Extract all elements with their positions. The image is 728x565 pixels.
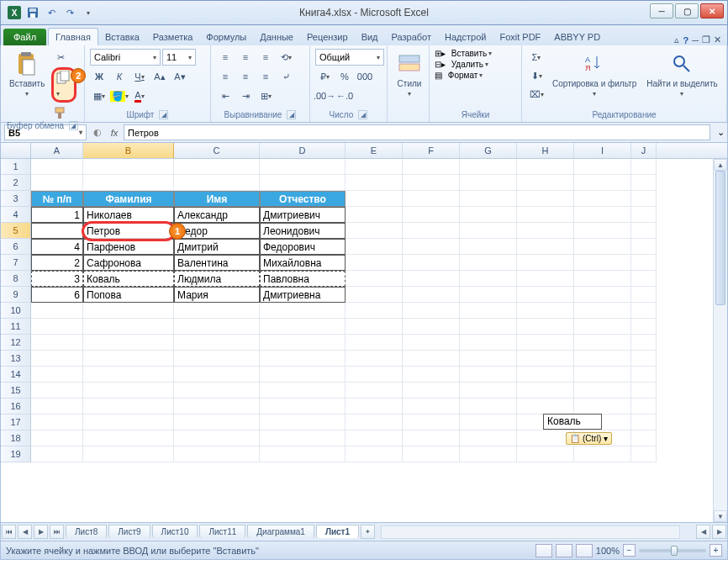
row-header[interactable]: 1 xyxy=(1,159,31,175)
cell[interactable] xyxy=(574,175,631,191)
row-header[interactable]: 6 xyxy=(1,239,31,255)
cell[interactable] xyxy=(346,430,403,446)
cell[interactable]: Фамилия xyxy=(83,191,174,207)
cell[interactable] xyxy=(31,319,83,335)
col-header-e[interactable]: E xyxy=(346,143,403,158)
fill-color-icon[interactable]: 🪣▾ xyxy=(110,87,129,104)
cell[interactable] xyxy=(174,383,260,399)
cell[interactable] xyxy=(574,335,631,351)
cell[interactable] xyxy=(260,415,346,430)
cell[interactable] xyxy=(517,383,574,399)
col-header-c[interactable]: C xyxy=(174,143,260,158)
col-header-g[interactable]: G xyxy=(460,143,517,158)
sheet-tab-11[interactable]: Лист11 xyxy=(199,525,245,538)
cell[interactable]: Парфенов xyxy=(83,239,174,255)
cell[interactable] xyxy=(260,159,346,175)
cell[interactable] xyxy=(260,303,346,319)
font-name-combo[interactable]: Calibri▾ xyxy=(90,49,161,66)
cell[interactable] xyxy=(460,239,517,255)
cell[interactable]: 4 xyxy=(31,239,83,255)
align-dialog-icon[interactable]: ◢ xyxy=(287,110,296,119)
font-size-combo[interactable]: 11▾ xyxy=(162,49,196,66)
cell[interactable]: 6 xyxy=(31,287,83,303)
cell[interactable] xyxy=(346,271,403,287)
tab-addin[interactable]: Надстрой xyxy=(438,29,493,45)
format-painter-icon[interactable] xyxy=(51,104,70,121)
cell[interactable]: Дмитриевич xyxy=(260,207,346,223)
row-header[interactable]: 11 xyxy=(1,319,31,335)
row-header[interactable]: 9 xyxy=(1,287,31,303)
paste-options-button[interactable]: 📋(Ctrl) ▾ xyxy=(566,432,612,445)
zoom-in-icon[interactable]: + xyxy=(710,544,722,557)
cell[interactable] xyxy=(346,223,403,239)
row-header[interactable]: 5 xyxy=(1,223,31,239)
cell[interactable] xyxy=(631,319,657,335)
cell[interactable] xyxy=(174,399,260,415)
orientation-icon[interactable]: ⟲▾ xyxy=(277,49,295,66)
cell[interactable] xyxy=(346,367,403,383)
window-restore-icon[interactable]: ❐ xyxy=(702,34,710,45)
align-top-icon[interactable]: ≡ xyxy=(216,49,235,66)
col-header-f[interactable]: F xyxy=(403,143,460,158)
copy-button[interactable]: ▾ 2 xyxy=(51,67,76,103)
cell[interactable] xyxy=(631,287,657,303)
cell[interactable] xyxy=(31,351,83,367)
cut-icon[interactable]: ✂ xyxy=(51,49,70,66)
col-header-a[interactable]: A xyxy=(31,143,83,158)
tab-dev[interactable]: Разработ xyxy=(385,29,438,45)
cell[interactable] xyxy=(83,303,174,319)
decrease-indent-icon[interactable]: ⇤ xyxy=(216,87,235,104)
cell[interactable] xyxy=(403,223,460,239)
decrease-font-icon[interactable]: A▾ xyxy=(171,68,189,85)
tab-insert[interactable]: Вставка xyxy=(98,29,146,45)
cell[interactable] xyxy=(460,303,517,319)
cell[interactable] xyxy=(174,351,260,367)
cell[interactable] xyxy=(403,239,460,255)
cell[interactable] xyxy=(517,239,574,255)
cell[interactable] xyxy=(460,255,517,271)
col-header-i[interactable]: I xyxy=(574,143,631,158)
cell[interactable] xyxy=(631,383,657,399)
row-header[interactable]: 13 xyxy=(1,351,31,367)
cell[interactable] xyxy=(631,175,657,191)
sheet-nav-first-icon[interactable]: ⏮ xyxy=(2,525,16,539)
cell[interactable] xyxy=(517,303,574,319)
cell[interactable]: Леонидович xyxy=(260,223,346,239)
minimize-ribbon-icon[interactable]: ▵ xyxy=(674,34,679,45)
cell[interactable] xyxy=(346,287,403,303)
cell[interactable] xyxy=(31,159,83,175)
cell[interactable] xyxy=(83,367,174,383)
minimize-button[interactable]: ─ xyxy=(650,3,673,18)
cell[interactable] xyxy=(574,223,631,239)
zoom-slider[interactable] xyxy=(639,549,706,552)
cell[interactable] xyxy=(460,159,517,175)
cell[interactable]: Попова xyxy=(83,287,174,303)
qat-dropdown-icon[interactable]: ▾ xyxy=(80,4,97,21)
cell[interactable] xyxy=(346,351,403,367)
cell[interactable] xyxy=(631,207,657,223)
row-header[interactable]: 8 xyxy=(1,271,31,287)
close-button[interactable]: ✕ xyxy=(700,3,724,18)
col-header-j[interactable]: J xyxy=(631,143,657,158)
cell[interactable] xyxy=(346,159,403,175)
cell[interactable] xyxy=(31,367,83,383)
zoom-out-icon[interactable]: − xyxy=(623,544,636,557)
align-bottom-icon[interactable]: ≡ xyxy=(256,49,275,66)
cell[interactable] xyxy=(460,351,517,367)
cells-insert-button[interactable]: ⊞▸ Вставить▾ xyxy=(435,49,492,58)
cell[interactable] xyxy=(460,319,517,335)
merge-icon[interactable]: ⊞▾ xyxy=(256,87,275,104)
view-pagebreak-icon[interactable] xyxy=(576,544,593,557)
scroll-up-icon[interactable]: ▲ xyxy=(714,159,727,171)
cell[interactable] xyxy=(517,175,574,191)
wrap-text-icon[interactable]: ⤶ xyxy=(277,68,295,85)
vertical-scrollbar[interactable]: ▲ ▼ xyxy=(713,159,727,522)
cell[interactable]: Михайловна xyxy=(260,255,346,271)
cell[interactable] xyxy=(346,239,403,255)
row-header[interactable]: 16 xyxy=(1,399,31,415)
cell[interactable] xyxy=(346,175,403,191)
cell[interactable] xyxy=(260,399,346,415)
cell[interactable] xyxy=(574,207,631,223)
paste-dropdown-icon[interactable]: ▾ xyxy=(25,90,29,98)
cell[interactable] xyxy=(517,223,574,239)
